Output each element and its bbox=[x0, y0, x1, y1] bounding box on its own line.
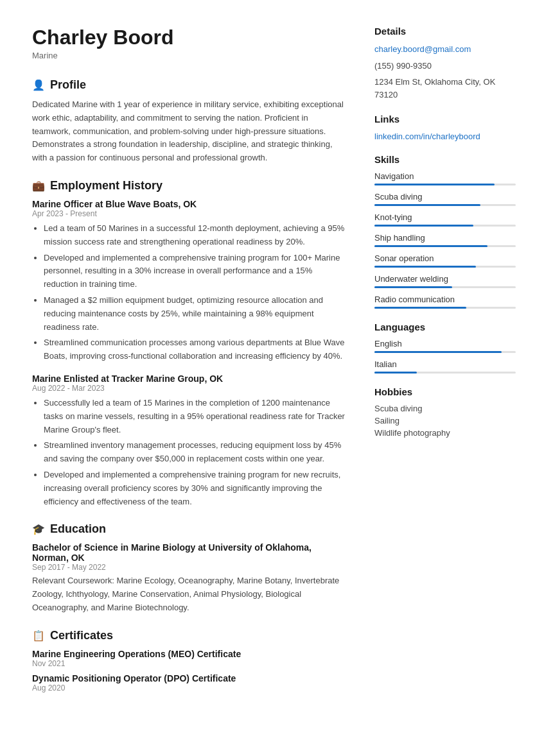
education-icon: 🎓 bbox=[32, 523, 45, 535]
profile-icon: 👤 bbox=[32, 79, 45, 91]
header: Charley Boord Marine bbox=[32, 26, 349, 60]
candidate-name: Charley Boord bbox=[32, 26, 349, 49]
skill-item: Scuba diving bbox=[374, 192, 516, 206]
employment-title: 💼 Employment History bbox=[32, 179, 349, 193]
skill-name: Knot-tying bbox=[374, 212, 516, 222]
hobbies-section: Hobbies Scuba divingSailingWildlife phot… bbox=[374, 386, 516, 438]
skill-bar-fill bbox=[374, 266, 476, 268]
skills-title: Skills bbox=[374, 154, 516, 165]
skill-name: Underwater welding bbox=[374, 274, 516, 284]
skill-name: Ship handling bbox=[374, 233, 516, 243]
cert-entry: Marine Engineering Operations (MEO) Cert… bbox=[32, 649, 349, 668]
hobby-item: Sailing bbox=[374, 416, 516, 425]
skill-bar-fill bbox=[374, 245, 487, 247]
hobby-item: Wildlife photography bbox=[374, 428, 516, 438]
skill-item: Radio communication bbox=[374, 295, 516, 309]
skill-bar-bg bbox=[374, 266, 516, 268]
job-bullet: Streamlined inventory management process… bbox=[44, 439, 349, 466]
profile-text: Dedicated Marine with 1 year of experien… bbox=[32, 98, 349, 165]
skill-bar-fill bbox=[374, 286, 452, 288]
candidate-subtitle: Marine bbox=[32, 51, 349, 60]
cert-title: Dynamic Positioning Operator (DPO) Certi… bbox=[32, 673, 349, 683]
degree-date: Sep 2017 - May 2022 bbox=[32, 563, 349, 572]
job-entry: Marine Officer at Blue Wave Boats, OKApr… bbox=[32, 199, 349, 363]
job-date: Apr 2023 - Present bbox=[32, 209, 349, 218]
skill-bar-bg bbox=[374, 286, 516, 288]
skill-bar-bg bbox=[374, 245, 516, 247]
job-title: Marine Officer at Blue Wave Boats, OK bbox=[32, 199, 349, 209]
skill-bar-bg bbox=[374, 204, 516, 206]
skill-bar-bg bbox=[374, 225, 516, 227]
profile-title: 👤 Profile bbox=[32, 78, 349, 92]
employment-icon: 💼 bbox=[32, 180, 45, 192]
languages-title: Languages bbox=[374, 322, 516, 332]
skill-name: Sonar operation bbox=[374, 253, 516, 263]
skill-name: Radio communication bbox=[374, 295, 516, 304]
language-name: English bbox=[374, 339, 516, 348]
skill-name: Navigation bbox=[374, 171, 516, 181]
language-bar-fill bbox=[374, 372, 417, 374]
skill-bar-bg bbox=[374, 184, 516, 185]
degree-title: Bachelor of Science in Marine Biology at… bbox=[32, 542, 349, 563]
job-entry: Marine Enlisted at Tracker Marine Group,… bbox=[32, 374, 349, 508]
education-section: 🎓 Education Bachelor of Science in Marin… bbox=[32, 522, 349, 614]
language-bar-fill bbox=[374, 351, 502, 353]
links-title: Links bbox=[374, 114, 516, 125]
language-item: English bbox=[374, 339, 516, 353]
language-item: Italian bbox=[374, 359, 516, 374]
email-link[interactable]: charley.boord@gmail.com bbox=[374, 44, 471, 54]
certificates-title: 📋 Certificates bbox=[32, 629, 349, 642]
employment-section: 💼 Employment History Marine Officer at B… bbox=[32, 179, 349, 508]
skill-name: Scuba diving bbox=[374, 192, 516, 202]
skill-item: Sonar operation bbox=[374, 253, 516, 268]
skill-bar-bg bbox=[374, 307, 516, 309]
profile-section: 👤 Profile Dedicated Marine with 1 year o… bbox=[32, 78, 349, 165]
skill-bar-fill bbox=[374, 204, 480, 206]
address: 1234 Elm St, Oklahoma City, OK 73120 bbox=[374, 76, 516, 101]
job-bullet: Developed and implemented a comprehensiv… bbox=[44, 468, 349, 508]
cert-date: Aug 2020 bbox=[32, 683, 349, 692]
skill-bar-fill bbox=[374, 307, 466, 309]
cert-title: Marine Engineering Operations (MEO) Cert… bbox=[32, 649, 349, 659]
job-bullet: Managed a $2 million equipment budget, o… bbox=[44, 294, 349, 334]
certificates-icon: 📋 bbox=[32, 630, 45, 642]
job-bullet: Led a team of 50 Marines in a successful… bbox=[44, 222, 349, 249]
job-title: Marine Enlisted at Tracker Marine Group,… bbox=[32, 374, 349, 384]
language-name: Italian bbox=[374, 359, 516, 369]
education-title: 🎓 Education bbox=[32, 522, 349, 536]
details-title: Details bbox=[374, 26, 516, 37]
job-bullet: Streamlined communication processes amon… bbox=[44, 336, 349, 363]
skill-item: Ship handling bbox=[374, 233, 516, 247]
hobbies-title: Hobbies bbox=[374, 386, 516, 397]
certificates-section: 📋 Certificates Marine Engineering Operat… bbox=[32, 629, 349, 692]
language-bar-bg bbox=[374, 372, 516, 374]
skill-item: Navigation bbox=[374, 171, 516, 185]
linkedin-link[interactable]: linkedin.com/in/charleyboord bbox=[374, 132, 480, 141]
skills-section: Skills NavigationScuba divingKnot-tyingS… bbox=[374, 154, 516, 309]
language-bar-bg bbox=[374, 351, 516, 353]
cert-date: Nov 2021 bbox=[32, 659, 349, 668]
skill-bar-fill bbox=[374, 184, 495, 185]
details-section: Details charley.boord@gmail.com (155) 99… bbox=[374, 26, 516, 101]
links-section: Links linkedin.com/in/charleyboord bbox=[374, 114, 516, 141]
phone: (155) 990-9350 bbox=[374, 60, 516, 73]
languages-section: Languages EnglishItalian bbox=[374, 322, 516, 374]
cert-entry: Dynamic Positioning Operator (DPO) Certi… bbox=[32, 673, 349, 692]
job-date: Aug 2022 - Mar 2023 bbox=[32, 384, 349, 393]
skill-item: Underwater welding bbox=[374, 274, 516, 288]
skill-item: Knot-tying bbox=[374, 212, 516, 227]
coursework-text: Relevant Coursework: Marine Ecology, Oce… bbox=[32, 574, 349, 614]
job-bullet: Successfully led a team of 15 Marines in… bbox=[44, 397, 349, 436]
job-bullet: Developed and implemented a comprehensiv… bbox=[44, 252, 349, 291]
skill-bar-fill bbox=[374, 225, 473, 227]
hobby-item: Scuba diving bbox=[374, 404, 516, 413]
